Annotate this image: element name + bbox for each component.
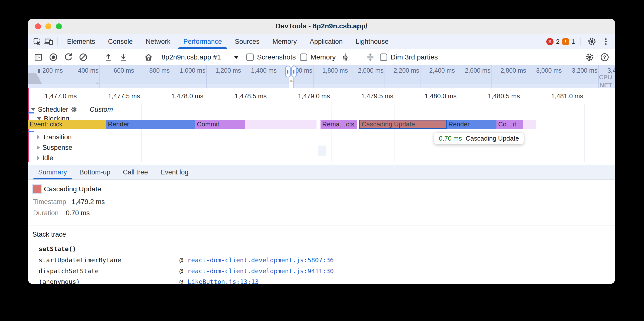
toggle-sidebar-button[interactable] [33, 52, 44, 63]
grid-line [331, 105, 332, 162]
tab-memory[interactable]: Memory [266, 34, 303, 49]
details-tab-bottom-up[interactable]: Bottom-up [73, 165, 117, 179]
collect-garbage-button[interactable] [340, 52, 351, 63]
stack-frame: (anonymous)@LikeButton.js:13:13 [28, 278, 615, 284]
performance-toolbar: 8p2n9n.csb.app #1 Screenshots Memory [28, 49, 615, 65]
divider [57, 38, 58, 45]
details-tab-call-tree[interactable]: Call tree [117, 165, 154, 179]
minimap-tick [349, 65, 349, 88]
tab-sources[interactable]: Sources [228, 34, 266, 49]
svg-text:?: ? [603, 54, 606, 60]
selection-left-handle[interactable] [285, 66, 290, 77]
divider [96, 53, 96, 61]
chevron-down-icon[interactable] [31, 108, 36, 111]
minimap-tick [242, 65, 242, 88]
lane-transition[interactable]: Transition [37, 133, 72, 141]
details-tab-event-log[interactable]: Event log [154, 165, 195, 179]
record-button[interactable] [48, 52, 59, 63]
flame-bar[interactable]: Rema…cts [320, 120, 357, 129]
save-profile-button[interactable] [118, 52, 129, 63]
flame-bar[interactable]: Event: click [28, 120, 106, 129]
ruler-tick-label: 1,480.0 ms [424, 92, 456, 100]
details-tab-summary[interactable]: Summary [32, 165, 73, 179]
collapse-tracks-button[interactable] [365, 52, 376, 63]
flame-bar[interactable] [523, 120, 536, 129]
flame-bar[interactable]: Render [106, 120, 195, 129]
duration-value: 0.70 ms [66, 209, 90, 217]
clear-recording-button[interactable] [78, 52, 89, 63]
home-button[interactable] [143, 52, 154, 63]
help-button[interactable]: ? [599, 52, 610, 63]
tab-network[interactable]: Network [139, 34, 177, 49]
at-sign: @ [180, 268, 183, 275]
settings-button[interactable] [586, 36, 598, 47]
chevron-right-icon[interactable] [37, 156, 40, 160]
react-atom-icon [71, 106, 78, 113]
ruler-tick-label: 1,479.5 ms [361, 92, 393, 100]
zoom-button[interactable] [56, 23, 62, 29]
selection-right-handle[interactable] [291, 66, 296, 77]
warning-count: 1 [572, 38, 575, 45]
devtools-tabbar: ElementsConsoleNetworkPerformanceSources… [28, 34, 615, 49]
sidebar-toggle-icon [34, 52, 43, 62]
divider [358, 53, 358, 61]
dim-3rd-parties-checkbox[interactable] [380, 53, 387, 61]
broom-icon [340, 52, 350, 62]
inspect-element-button[interactable] [32, 36, 43, 47]
screenshots-checkbox-group[interactable]: Screenshots [246, 53, 296, 61]
chevron-right-icon[interactable] [37, 135, 40, 139]
window-titlebar: DevTools - 8p2n9n.csb.app/ [28, 19, 615, 34]
at-sign: @ [180, 278, 183, 284]
faint-highlight-box [318, 146, 326, 156]
device-toolbar-button[interactable] [43, 36, 54, 47]
gear-icon [587, 37, 597, 46]
session-select[interactable]: 8p2n9n.csb.app #1 [162, 53, 239, 61]
lane-label: Suspense [42, 144, 72, 152]
tooltip-label: Cascading Update [466, 135, 519, 142]
load-profile-button[interactable] [103, 52, 114, 63]
close-button[interactable] [35, 23, 41, 29]
flame-bar[interactable]: Render [446, 120, 496, 129]
minimap-tick [313, 65, 314, 88]
memory-checkbox-group[interactable]: Memory [300, 53, 336, 61]
source-link[interactable]: react-dom-client.development.js:5807:36 [188, 257, 334, 264]
tab-console[interactable]: Console [102, 34, 139, 49]
at-sign: @ [180, 257, 183, 264]
tab-application[interactable]: Application [303, 34, 349, 49]
timeline-overview[interactable]: CPU NET 200 ms400 ms600 ms800 ms1,000 ms… [28, 65, 615, 88]
dim-3rd-parties-checkbox-group[interactable]: Dim 3rd parties [380, 53, 438, 61]
error-badge-icon[interactable]: × [546, 38, 554, 45]
tab-performance[interactable]: Performance [177, 34, 228, 49]
tab-lighthouse[interactable]: Lighthouse [349, 34, 395, 49]
flame-bar[interactable]: Cascading Update [359, 120, 446, 129]
flame-bar[interactable] [245, 120, 316, 129]
more-options-button[interactable] [600, 36, 612, 47]
source-link[interactable]: react-dom-client.development.js:9411:30 [188, 268, 334, 275]
minimap-tick [563, 65, 563, 88]
screenshots-checkbox[interactable] [246, 53, 254, 61]
flame-bar[interactable]: Co…it [496, 120, 523, 129]
lane-suspense[interactable]: Suspense [37, 144, 72, 151]
minimap-tick-label: 3,200 ms [572, 67, 598, 74]
details-tabbar: SummaryBottom-upCall treeEvent log [28, 165, 615, 180]
capture-settings-button[interactable] [584, 52, 595, 63]
warning-badge-icon[interactable]: ! [562, 38, 569, 45]
flame-chart[interactable]: Scheduler — Custom Blocking Event: click… [28, 105, 615, 165]
collapse-icon [366, 52, 375, 62]
memory-checkbox[interactable] [300, 53, 307, 61]
track-accent-bar [28, 88, 29, 105]
chevron-right-icon[interactable] [37, 145, 40, 150]
minimize-button[interactable] [45, 23, 51, 29]
duration-label: Duration [33, 209, 58, 217]
minimap-tick-label: 2,600 ms [465, 67, 490, 74]
lane-idle[interactable]: Idle [37, 154, 53, 162]
stack-frame: setState() [28, 245, 615, 253]
tab-elements[interactable]: Elements [60, 34, 102, 49]
flame-bar[interactable]: Commit [195, 120, 245, 129]
track-group-scheduler[interactable]: Scheduler — Custom [31, 106, 113, 113]
reload-and-record-button[interactable] [63, 52, 74, 63]
grid-line [394, 105, 395, 162]
home-icon [144, 52, 153, 62]
ruler-tick-label: 1,481.0 ms [551, 92, 583, 100]
source-link[interactable]: LikeButton.js:13:13 [188, 278, 259, 284]
